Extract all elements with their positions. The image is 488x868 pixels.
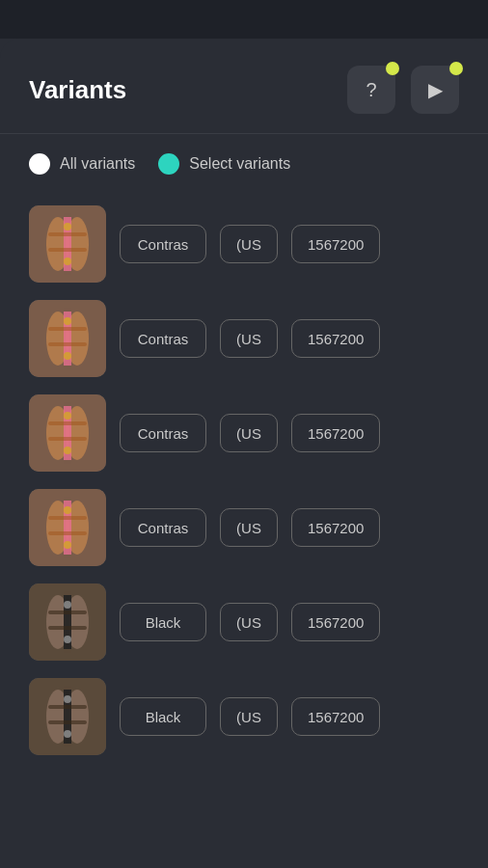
svg-point-22 bbox=[64, 412, 71, 420]
variants-list: Contras (US 1567200 Contras (US 1567200 bbox=[0, 188, 488, 868]
sku-tag[interactable]: 1567200 bbox=[291, 508, 380, 547]
svg-point-6 bbox=[64, 223, 71, 231]
svg-rect-20 bbox=[48, 421, 87, 425]
header: Variants ? ▶ bbox=[0, 39, 488, 134]
select-variants-label: Select variants bbox=[189, 155, 290, 173]
size-tag[interactable]: (US bbox=[220, 697, 278, 736]
table-row: Contras (US 1567200 bbox=[29, 292, 488, 385]
svg-rect-28 bbox=[48, 516, 87, 520]
size-tag[interactable]: (US bbox=[220, 414, 278, 452]
variant-filter-section: All variants Select variants bbox=[0, 134, 488, 188]
question-icon: ? bbox=[366, 79, 376, 101]
svg-point-14 bbox=[64, 317, 71, 325]
all-variants-label: All variants bbox=[60, 155, 135, 173]
select-variants-radio[interactable] bbox=[158, 153, 179, 175]
size-tag[interactable]: (US bbox=[220, 319, 278, 358]
svg-rect-37 bbox=[48, 626, 87, 630]
size-tag[interactable]: (US bbox=[220, 508, 278, 547]
table-row: Black (US 1567200 bbox=[29, 576, 488, 668]
svg-rect-4 bbox=[48, 232, 87, 236]
svg-point-23 bbox=[64, 447, 71, 454]
color-tag[interactable]: Contras bbox=[120, 225, 206, 263]
color-tag[interactable]: Black bbox=[120, 603, 206, 641]
color-tag[interactable]: Contras bbox=[120, 414, 206, 452]
help-notification-dot bbox=[386, 62, 399, 75]
help-button[interactable]: ? bbox=[347, 66, 395, 114]
table-row: Contras (US 1567200 bbox=[29, 198, 488, 290]
svg-point-39 bbox=[64, 636, 71, 643]
sku-tag[interactable]: 1567200 bbox=[291, 414, 380, 452]
product-thumbnail bbox=[29, 678, 106, 755]
product-thumbnail bbox=[29, 394, 106, 472]
svg-point-7 bbox=[64, 258, 71, 265]
sku-tag[interactable]: 1567200 bbox=[291, 697, 380, 736]
play-notification-dot bbox=[449, 62, 463, 75]
svg-rect-21 bbox=[48, 437, 87, 441]
all-variants-option[interactable]: All variants bbox=[29, 153, 135, 175]
play-button[interactable]: ▶ bbox=[411, 66, 459, 114]
sku-tag[interactable]: 1567200 bbox=[291, 225, 380, 263]
svg-point-30 bbox=[64, 506, 71, 514]
product-thumbnail bbox=[29, 205, 106, 283]
size-tag[interactable]: (US bbox=[220, 225, 278, 263]
svg-rect-13 bbox=[48, 342, 87, 346]
svg-rect-44 bbox=[48, 705, 87, 709]
svg-rect-5 bbox=[48, 248, 87, 252]
table-row: Contras (US 1567200 bbox=[29, 481, 488, 574]
color-tag[interactable]: Contras bbox=[120, 319, 206, 358]
svg-rect-29 bbox=[48, 531, 87, 535]
all-variants-radio[interactable] bbox=[29, 153, 50, 175]
product-thumbnail bbox=[29, 583, 106, 661]
svg-rect-12 bbox=[48, 327, 87, 331]
product-thumbnail bbox=[29, 300, 106, 377]
top-bar bbox=[0, 0, 488, 39]
select-variants-option[interactable]: Select variants bbox=[158, 153, 290, 175]
svg-point-31 bbox=[64, 541, 71, 549]
table-row: Black (US 1567200 bbox=[29, 670, 488, 763]
svg-point-15 bbox=[64, 352, 71, 360]
main-container: Variants ? ▶ All variants Select variant… bbox=[0, 39, 488, 868]
play-icon: ▶ bbox=[428, 78, 443, 101]
size-tag[interactable]: (US bbox=[220, 603, 278, 641]
table-row: Contras (US 1567200 bbox=[29, 387, 488, 479]
svg-rect-45 bbox=[48, 720, 87, 724]
svg-point-47 bbox=[64, 730, 71, 738]
svg-point-46 bbox=[64, 695, 71, 703]
product-thumbnail bbox=[29, 489, 106, 566]
page-title: Variants bbox=[29, 75, 332, 105]
svg-point-38 bbox=[64, 601, 71, 609]
svg-rect-36 bbox=[48, 610, 87, 614]
color-tag[interactable]: Black bbox=[120, 697, 206, 736]
color-tag[interactable]: Contras bbox=[120, 508, 206, 547]
sku-tag[interactable]: 1567200 bbox=[291, 603, 380, 641]
sku-tag[interactable]: 1567200 bbox=[291, 319, 380, 358]
